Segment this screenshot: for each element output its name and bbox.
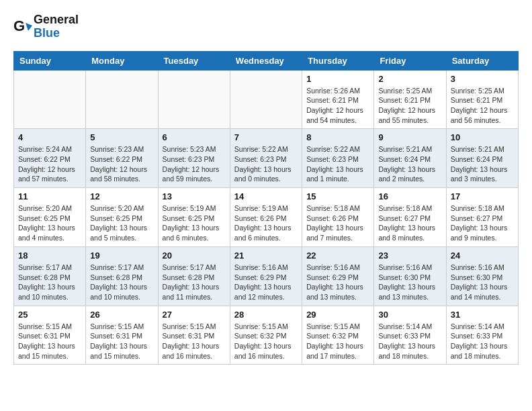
day-cell: 10Sunrise: 5:21 AM Sunset: 6:24 PM Dayli…: [446, 129, 518, 188]
day-number: 11: [18, 191, 81, 201]
day-cell: 28Sunrise: 5:15 AM Sunset: 6:32 PM Dayli…: [230, 306, 302, 365]
dow-sunday: Sunday: [14, 51, 86, 70]
day-info: Sunrise: 5:24 AM Sunset: 6:22 PM Dayligh…: [18, 144, 81, 184]
logo: G General Blue: [13, 13, 79, 40]
day-number: 28: [234, 310, 298, 320]
day-number: 9: [378, 132, 441, 142]
day-cell: 17Sunrise: 5:18 AM Sunset: 6:27 PM Dayli…: [446, 188, 518, 247]
day-info: Sunrise: 5:23 AM Sunset: 6:22 PM Dayligh…: [90, 144, 153, 184]
day-cell: 1Sunrise: 5:26 AM Sunset: 6:21 PM Daylig…: [302, 70, 374, 129]
day-cell: 5Sunrise: 5:23 AM Sunset: 6:22 PM Daylig…: [86, 129, 158, 188]
day-cell: 23Sunrise: 5:16 AM Sunset: 6:30 PM Dayli…: [374, 246, 446, 306]
day-number: 6: [163, 132, 226, 142]
week-row-2: 4Sunrise: 5:24 AM Sunset: 6:22 PM Daylig…: [14, 129, 519, 188]
day-cell: 21Sunrise: 5:16 AM Sunset: 6:29 PM Dayli…: [230, 246, 302, 306]
dow-thursday: Thursday: [302, 51, 374, 70]
day-info: Sunrise: 5:15 AM Sunset: 6:31 PM Dayligh…: [90, 322, 153, 361]
day-number: 24: [451, 250, 514, 261]
day-number: 26: [90, 310, 153, 320]
day-info: Sunrise: 5:17 AM Sunset: 6:28 PM Dayligh…: [163, 263, 226, 302]
day-info: Sunrise: 5:18 AM Sunset: 6:26 PM Dayligh…: [306, 203, 369, 243]
day-info: Sunrise: 5:17 AM Sunset: 6:28 PM Dayligh…: [90, 263, 153, 302]
dow-saturday: Saturday: [446, 51, 518, 70]
day-info: Sunrise: 5:26 AM Sunset: 6:21 PM Dayligh…: [306, 86, 369, 126]
logo-general: General: [34, 13, 79, 27]
day-cell: 31Sunrise: 5:14 AM Sunset: 6:33 PM Dayli…: [446, 306, 518, 365]
day-info: Sunrise: 5:22 AM Sunset: 6:23 PM Dayligh…: [306, 144, 369, 184]
days-of-week-row: SundayMondayTuesdayWednesdayThursdayFrid…: [14, 51, 519, 70]
day-info: Sunrise: 5:15 AM Sunset: 6:31 PM Dayligh…: [163, 322, 226, 361]
calendar-table: SundayMondayTuesdayWednesdayThursdayFrid…: [13, 51, 519, 365]
day-cell: 3Sunrise: 5:25 AM Sunset: 6:21 PM Daylig…: [446, 70, 518, 129]
week-row-5: 25Sunrise: 5:15 AM Sunset: 6:31 PM Dayli…: [14, 306, 519, 365]
day-info: Sunrise: 5:18 AM Sunset: 6:27 PM Dayligh…: [378, 203, 441, 243]
day-cell: 14Sunrise: 5:19 AM Sunset: 6:26 PM Dayli…: [230, 188, 302, 247]
day-number: 29: [306, 310, 369, 320]
day-cell: 8Sunrise: 5:22 AM Sunset: 6:23 PM Daylig…: [302, 129, 374, 188]
dow-monday: Monday: [86, 51, 158, 70]
day-number: 20: [163, 250, 226, 261]
day-info: Sunrise: 5:17 AM Sunset: 6:28 PM Dayligh…: [18, 263, 81, 302]
day-number: 15: [306, 191, 369, 201]
day-cell: 30Sunrise: 5:14 AM Sunset: 6:33 PM Dayli…: [374, 306, 446, 365]
day-number: 8: [306, 132, 369, 142]
day-cell: 29Sunrise: 5:15 AM Sunset: 6:32 PM Dayli…: [302, 306, 374, 365]
day-number: 5: [90, 132, 153, 142]
day-number: 14: [234, 191, 298, 201]
calendar-body: 1Sunrise: 5:26 AM Sunset: 6:21 PM Daylig…: [14, 70, 519, 365]
day-info: Sunrise: 5:19 AM Sunset: 6:26 PM Dayligh…: [234, 203, 298, 243]
day-cell: 15Sunrise: 5:18 AM Sunset: 6:26 PM Dayli…: [302, 188, 374, 247]
day-cell: 19Sunrise: 5:17 AM Sunset: 6:28 PM Dayli…: [86, 246, 158, 306]
day-number: 12: [90, 191, 153, 201]
day-cell: 24Sunrise: 5:16 AM Sunset: 6:30 PM Dayli…: [446, 246, 518, 306]
day-info: Sunrise: 5:15 AM Sunset: 6:32 PM Dayligh…: [234, 322, 298, 361]
day-cell: 13Sunrise: 5:19 AM Sunset: 6:25 PM Dayli…: [158, 188, 230, 247]
day-cell: 27Sunrise: 5:15 AM Sunset: 6:31 PM Dayli…: [158, 306, 230, 365]
day-cell: 11Sunrise: 5:20 AM Sunset: 6:25 PM Dayli…: [14, 188, 86, 247]
day-cell: [14, 70, 86, 129]
day-cell: 25Sunrise: 5:15 AM Sunset: 6:31 PM Dayli…: [14, 306, 86, 365]
day-cell: 16Sunrise: 5:18 AM Sunset: 6:27 PM Dayli…: [374, 188, 446, 247]
day-number: 22: [306, 250, 369, 261]
day-number: 18: [18, 250, 81, 261]
day-number: 31: [451, 310, 514, 320]
day-number: 21: [234, 250, 298, 261]
page-header: G General Blue: [13, 13, 519, 40]
day-number: 23: [378, 250, 441, 261]
day-info: Sunrise: 5:16 AM Sunset: 6:30 PM Dayligh…: [451, 263, 514, 302]
day-cell: 22Sunrise: 5:16 AM Sunset: 6:29 PM Dayli…: [302, 246, 374, 306]
day-cell: [158, 70, 230, 129]
day-number: 17: [451, 191, 514, 201]
day-cell: 9Sunrise: 5:21 AM Sunset: 6:24 PM Daylig…: [374, 129, 446, 188]
day-info: Sunrise: 5:20 AM Sunset: 6:25 PM Dayligh…: [90, 203, 153, 243]
day-number: 16: [378, 191, 441, 201]
day-info: Sunrise: 5:16 AM Sunset: 6:29 PM Dayligh…: [234, 263, 298, 302]
dow-friday: Friday: [374, 51, 446, 70]
day-cell: [230, 70, 302, 129]
svg-marker-1: [26, 23, 32, 31]
day-info: Sunrise: 5:25 AM Sunset: 6:21 PM Dayligh…: [451, 86, 514, 126]
day-number: 3: [451, 74, 514, 84]
day-number: 1: [306, 74, 369, 84]
day-number: 27: [163, 310, 226, 320]
day-number: 19: [90, 250, 153, 261]
day-info: Sunrise: 5:15 AM Sunset: 6:31 PM Dayligh…: [18, 322, 81, 361]
svg-text:G: G: [13, 17, 25, 34]
dow-tuesday: Tuesday: [158, 51, 230, 70]
dow-wednesday: Wednesday: [230, 51, 302, 70]
week-row-4: 18Sunrise: 5:17 AM Sunset: 6:28 PM Dayli…: [14, 246, 519, 306]
day-cell: 4Sunrise: 5:24 AM Sunset: 6:22 PM Daylig…: [14, 129, 86, 188]
day-info: Sunrise: 5:16 AM Sunset: 6:29 PM Dayligh…: [306, 263, 369, 302]
day-number: 10: [451, 132, 514, 142]
day-number: 13: [163, 191, 226, 201]
day-number: 4: [18, 132, 81, 142]
day-cell: 7Sunrise: 5:22 AM Sunset: 6:23 PM Daylig…: [230, 129, 302, 188]
day-info: Sunrise: 5:20 AM Sunset: 6:25 PM Dayligh…: [18, 203, 81, 243]
day-info: Sunrise: 5:19 AM Sunset: 6:25 PM Dayligh…: [163, 203, 226, 243]
day-info: Sunrise: 5:23 AM Sunset: 6:23 PM Dayligh…: [163, 144, 226, 184]
week-row-1: 1Sunrise: 5:26 AM Sunset: 6:21 PM Daylig…: [14, 70, 519, 129]
day-info: Sunrise: 5:18 AM Sunset: 6:27 PM Dayligh…: [451, 203, 514, 243]
day-cell: 6Sunrise: 5:23 AM Sunset: 6:23 PM Daylig…: [158, 129, 230, 188]
day-cell: 26Sunrise: 5:15 AM Sunset: 6:31 PM Dayli…: [86, 306, 158, 365]
week-row-3: 11Sunrise: 5:20 AM Sunset: 6:25 PM Dayli…: [14, 188, 519, 247]
